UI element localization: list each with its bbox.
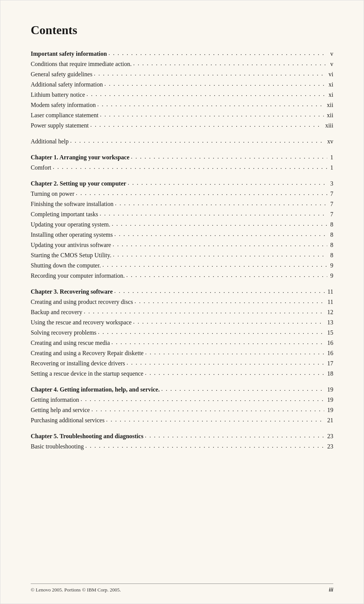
toc-dots xyxy=(128,178,327,187)
toc-dots xyxy=(86,90,325,99)
toc-entry-text: Chapter 2. Setting up your computer xyxy=(31,179,126,188)
toc-dots xyxy=(76,189,327,198)
toc-entry-text: Turning on power xyxy=(31,189,74,198)
toc-entry-text: Using the rescue and recovery workspace xyxy=(31,318,132,327)
toc-entry-text: Power supply statement xyxy=(31,121,89,130)
toc-entry: Backup and recovery12 xyxy=(31,308,333,317)
page: Contents Important safety informationvCo… xyxy=(0,0,364,604)
toc-entry: Turning on power7 xyxy=(31,189,333,198)
toc-list: Important safety informationvConditions … xyxy=(31,49,333,451)
toc-page-number: 9 xyxy=(330,271,333,280)
toc-dots xyxy=(114,286,324,296)
toc-dots xyxy=(97,100,324,109)
toc-entry-text: Conditions that require immediate action… xyxy=(31,60,132,69)
toc-dots xyxy=(114,230,327,239)
toc-dots xyxy=(133,59,327,68)
toc-entry: Getting help and service19 xyxy=(31,406,333,415)
toc-page-number: 16 xyxy=(327,349,333,358)
toc-entry-text: Creating and using a Recovery Repair dis… xyxy=(31,349,144,358)
toc-entry: Updating your operating system.8 xyxy=(31,220,333,229)
toc-entry-text: Recovering or installing device drivers xyxy=(31,359,125,368)
toc-dots xyxy=(85,441,324,450)
toc-page-number: xii xyxy=(327,111,333,120)
toc-entry: Chapter 4. Getting information, help, an… xyxy=(31,385,333,394)
toc-dots xyxy=(102,260,327,269)
toc-dots xyxy=(131,152,327,161)
toc-dots xyxy=(81,395,324,404)
toc-entry: Shutting down the computer.9 xyxy=(31,261,333,270)
toc-page-number: v xyxy=(330,49,333,58)
toc-dots xyxy=(145,348,324,357)
toc-page-number: 8 xyxy=(330,230,333,239)
toc-page-number: xv xyxy=(327,137,333,146)
toc-entry-text: Updating your operating system. xyxy=(31,220,110,229)
toc-dots xyxy=(145,431,324,440)
toc-entry: General safety guidelinesvi xyxy=(31,70,333,79)
toc-dots xyxy=(100,110,324,119)
toc-entry: Purchasing additional services21 xyxy=(31,416,333,425)
toc-entry: Conditions that require immediate action… xyxy=(31,60,333,69)
toc-dots xyxy=(94,69,326,78)
toc-entry: Starting the CMOS Setup Utility.8 xyxy=(31,251,333,260)
toc-dots xyxy=(161,384,324,393)
toc-entry-text: Lithium battery notice xyxy=(31,90,85,99)
toc-entry: Chapter 5. Troubleshooting and diagnosti… xyxy=(31,432,333,441)
toc-page-number: 11 xyxy=(328,287,333,296)
toc-page-number: 8 xyxy=(330,241,333,250)
toc-entry-text: Chapter 5. Troubleshooting and diagnosti… xyxy=(31,432,143,441)
toc-dots xyxy=(113,250,327,259)
toc-dots xyxy=(70,136,324,145)
toc-page-number: 23 xyxy=(327,432,333,441)
toc-entry-text: Backup and recovery xyxy=(31,308,82,317)
toc-dots xyxy=(98,327,324,337)
toc-entry: Important safety informationv xyxy=(31,49,333,58)
toc-page-number: 19 xyxy=(327,385,333,394)
toc-entry-text: Completing important tasks xyxy=(31,210,98,219)
footer: © Lenovo 2005. Portions © IBM Corp. 2005… xyxy=(31,584,333,593)
toc-dots xyxy=(112,219,327,228)
toc-page-number: 16 xyxy=(327,338,333,348)
footer-page-number: iii xyxy=(329,587,333,593)
toc-entry: Solving recovery problems15 xyxy=(31,328,333,337)
toc-entry: Setting a rescue device in the startup s… xyxy=(31,369,333,378)
toc-entry: Lithium battery noticexi xyxy=(31,90,333,99)
toc-entry-text: Additional safety information xyxy=(31,80,103,89)
toc-entry: Basic troubleshooting23 xyxy=(31,442,333,451)
toc-entry-text: Getting information xyxy=(31,395,79,404)
toc-entry: Chapter 1. Arranging your workspace1 xyxy=(31,153,333,162)
toc-page-number: 1 xyxy=(330,163,333,172)
toc-page-number: 7 xyxy=(330,210,333,219)
toc-entry: Recording your computer information.9 xyxy=(31,271,333,280)
toc-entry-text: Creating and using product recovery disc… xyxy=(31,297,133,307)
toc-dots xyxy=(133,317,324,326)
toc-page-number: xii xyxy=(327,101,333,110)
toc-page-number: 19 xyxy=(327,395,333,404)
toc-page-number: xi xyxy=(329,90,333,99)
toc-dots xyxy=(135,297,325,306)
toc-dots xyxy=(104,79,325,88)
toc-entry-text: Additional help xyxy=(31,137,69,146)
toc-entry: Laser compliance statementxii xyxy=(31,111,333,120)
toc-page-number: 15 xyxy=(327,328,333,337)
toc-entry-text: Starting the CMOS Setup Utility. xyxy=(31,251,111,260)
toc-entry: Additional safety informationxi xyxy=(31,80,333,89)
toc-dots xyxy=(126,271,327,280)
toc-page-number: xiii xyxy=(325,121,333,130)
footer-copyright: © Lenovo 2005. Portions © IBM Corp. 2005… xyxy=(31,587,121,593)
toc-page-number: 19 xyxy=(327,406,333,415)
toc-dots xyxy=(115,199,327,208)
toc-entry-text: Chapter 4. Getting information, help, an… xyxy=(31,385,160,394)
toc-page-number: 8 xyxy=(330,251,333,260)
toc-entry: Creating and using a Recovery Repair dis… xyxy=(31,349,333,358)
toc-entry-text: Recording your computer information. xyxy=(31,271,125,280)
toc-dots xyxy=(90,120,322,129)
toc-page-number: 21 xyxy=(327,416,333,425)
toc-entry-text: Laser compliance statement xyxy=(31,111,99,120)
toc-dots xyxy=(108,49,327,58)
toc-entry: Power supply statementxiii xyxy=(31,121,333,130)
toc-entry-text: General safety guidelines xyxy=(31,70,93,79)
toc-entry-text: Getting help and service xyxy=(31,406,90,415)
toc-dots xyxy=(106,415,324,424)
toc-entry-text: Setting a rescue device in the startup s… xyxy=(31,369,143,378)
toc-entry: Finishing the software installation7 xyxy=(31,200,333,209)
